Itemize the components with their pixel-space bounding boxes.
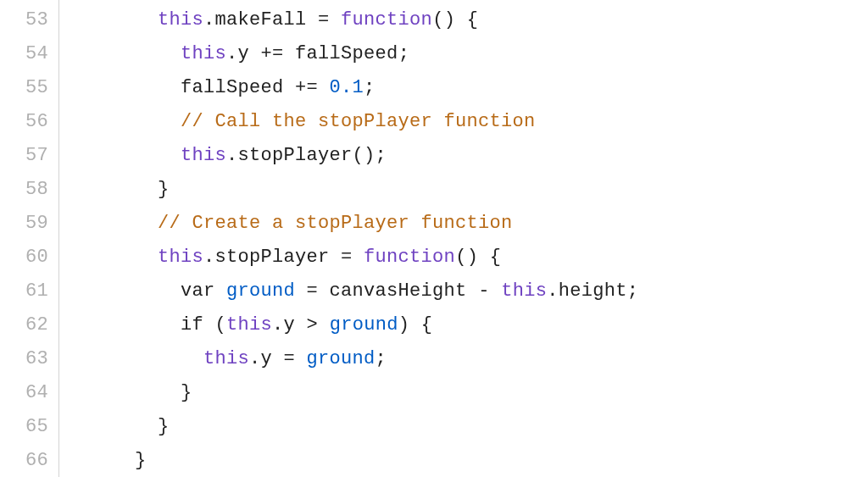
token-op: >	[295, 314, 330, 336]
code-line[interactable]: }	[66, 444, 638, 477]
token-op: +=	[249, 43, 295, 64]
token-punct: .	[203, 9, 215, 31]
token-ident: ground	[307, 348, 376, 369]
token-kw-if: if	[181, 314, 203, 336]
token-punct: .	[249, 348, 261, 369]
line-number: 57	[7, 139, 48, 173]
code-line[interactable]: fallSpeed += 0.1;	[66, 71, 638, 105]
token-paren: ()	[432, 9, 455, 31]
token-punct: .	[203, 247, 215, 268]
token-prop: stopPlayer	[215, 247, 330, 268]
code-line[interactable]: this.makeFall = function() {	[66, 3, 638, 37]
token-kw-this: this	[501, 280, 547, 302]
token-punct: ) {	[398, 314, 433, 336]
code-line[interactable]: // Call the stopPlayer function	[66, 105, 638, 139]
token-punct: {	[478, 247, 501, 268]
code-line[interactable]: this.y = ground;	[66, 342, 638, 376]
token-punct: }	[158, 179, 170, 200]
token-op: =	[272, 348, 307, 369]
line-number: 56	[7, 105, 48, 139]
line-number: 60	[7, 241, 48, 275]
token-kw-this: this	[158, 247, 203, 268]
token-punct: {	[455, 9, 478, 31]
token-comment: // Create a stopPlayer function	[158, 213, 513, 234]
token-punct: ;	[398, 43, 410, 64]
token-num: 0.1	[330, 77, 364, 98]
code-line[interactable]: if (this.y > ground) {	[66, 308, 638, 342]
code-line[interactable]: }	[66, 173, 638, 207]
token-kw-this: this	[226, 314, 272, 336]
token-op: =	[307, 9, 342, 31]
token-punct: .	[547, 280, 559, 302]
token-prop: makeFall	[215, 9, 307, 31]
code-line[interactable]: this.y += fallSpeed;	[66, 37, 638, 71]
token-kw-this: this	[181, 43, 226, 64]
token-kw-function: function	[364, 247, 455, 268]
token-punct: }	[181, 382, 192, 403]
token-kw-var: var	[181, 280, 215, 302]
code-line[interactable]: this.stopPlayer = function() {	[66, 241, 638, 275]
token-punct: .	[272, 314, 284, 336]
token-comment: // Call the stopPlayer function	[181, 111, 536, 132]
line-number: 55	[7, 71, 48, 105]
token-punct: }	[135, 450, 147, 471]
token-ident: ground	[226, 280, 295, 302]
token-kw-function: function	[341, 9, 432, 31]
token-punct: .	[226, 43, 238, 64]
token-prop: stopPlayer	[238, 145, 353, 166]
line-number: 54	[7, 37, 48, 71]
line-number: 59	[7, 207, 48, 241]
token-op: =	[330, 247, 364, 268]
line-number: 63	[7, 342, 48, 376]
code-editor-content[interactable]: this.makeFall = function() { this.y += f…	[59, 0, 638, 477]
token-kw-this: this	[203, 348, 249, 369]
token-prop: y	[238, 43, 250, 64]
token-paren: ()	[353, 145, 376, 166]
code-line[interactable]: }	[66, 410, 638, 444]
line-number: 64	[7, 376, 48, 410]
token-kw-this: this	[181, 145, 226, 166]
code-line[interactable]: // Create a stopPlayer function	[66, 207, 638, 241]
token-punct: (	[203, 314, 226, 336]
token-punct: ;	[376, 145, 387, 166]
token-punct	[215, 280, 227, 302]
line-number: 66	[7, 444, 48, 477]
token-punct: }	[158, 416, 170, 437]
token-op: -	[467, 280, 502, 302]
token-punct: ;	[376, 348, 387, 369]
token-op: =	[295, 280, 330, 302]
token-prop: height	[559, 280, 627, 302]
token-prop: fallSpeed	[181, 77, 284, 98]
line-number: 53	[7, 3, 48, 37]
code-line[interactable]: this.stopPlayer();	[66, 139, 638, 173]
token-op: +=	[284, 77, 330, 98]
line-number-gutter: 5354555657585960616263646566	[0, 0, 59, 477]
token-prop: y	[261, 348, 273, 369]
token-ident: ground	[330, 314, 398, 336]
line-number: 61	[7, 275, 48, 308]
token-kw-this: this	[158, 9, 203, 31]
line-number: 62	[7, 308, 48, 342]
code-line[interactable]: }	[66, 376, 638, 410]
line-number: 58	[7, 173, 48, 207]
token-prop: canvasHeight	[330, 280, 467, 302]
token-prop: fallSpeed	[295, 43, 398, 64]
token-punct: ;	[627, 280, 639, 302]
line-number: 65	[7, 410, 48, 444]
token-paren: ()	[455, 247, 478, 268]
token-punct: .	[226, 145, 238, 166]
code-line[interactable]: var ground = canvasHeight - this.height;	[66, 275, 638, 308]
token-prop: y	[284, 314, 296, 336]
token-punct: ;	[364, 77, 376, 98]
